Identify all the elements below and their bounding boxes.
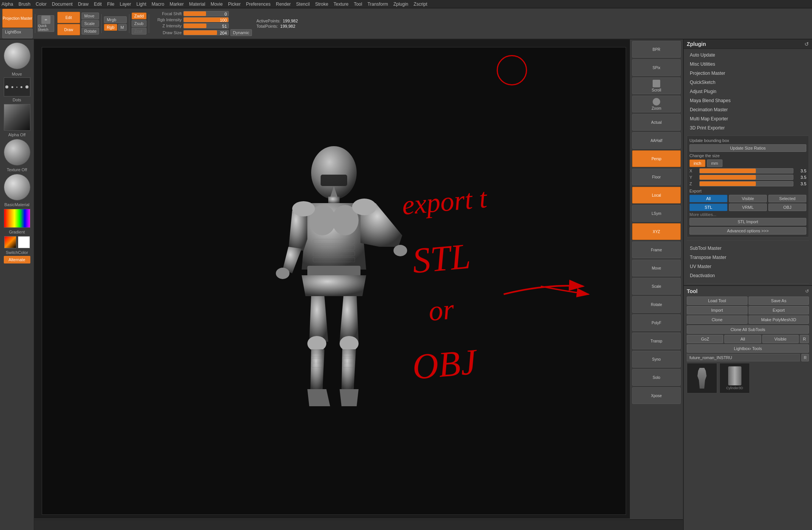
- menu-marker[interactable]: Marker: [170, 2, 184, 7]
- z-intensity-slider[interactable]: 51: [183, 23, 229, 28]
- load-tool-button[interactable]: Load Tool: [687, 297, 747, 305]
- m-button[interactable]: M: [118, 24, 127, 31]
- import-button[interactable]: Import: [687, 306, 747, 314]
- visible-export-button[interactable]: Visible: [729, 195, 767, 202]
- menu-transform[interactable]: Transform: [367, 2, 388, 7]
- menu-light[interactable]: Light: [137, 2, 146, 7]
- quick-sketch-button[interactable]: ✏ Quick Sketch: [38, 15, 54, 32]
- maya-blend-shapes-item[interactable]: Maya Blend Shapes: [687, 96, 809, 105]
- lightbox-button[interactable]: LightBox: [2, 28, 33, 38]
- menu-zscript[interactable]: Zscript: [414, 2, 427, 7]
- menu-alpha[interactable]: Alpha: [2, 2, 13, 7]
- menu-stencil[interactable]: Stencil: [296, 2, 310, 7]
- menu-zplugin[interactable]: Zplugin: [393, 2, 408, 7]
- draw-size-slider[interactable]: 204: [183, 30, 229, 35]
- advanced-options-button[interactable]: Advanced options >>>: [689, 227, 806, 235]
- all-goz-button[interactable]: All: [724, 335, 761, 343]
- cylinder-thumbnail[interactable]: Cylinder3D: [719, 363, 750, 393]
- menu-draw[interactable]: Draw: [78, 2, 88, 7]
- background-color-swatch[interactable]: [18, 236, 30, 248]
- draw-button[interactable]: Draw: [57, 24, 80, 35]
- dots-preview[interactable]: [4, 77, 30, 96]
- export-button[interactable]: Export: [749, 306, 809, 314]
- zcut-button[interactable]: Zcut: [132, 28, 146, 35]
- dynamic-button[interactable]: Dynamic: [230, 29, 252, 36]
- menu-file[interactable]: File: [107, 2, 114, 7]
- lightbox-tools-button[interactable]: Lightbox› Tools: [687, 344, 809, 353]
- lsym-button[interactable]: LSym: [632, 205, 681, 222]
- solo-button[interactable]: Solo: [632, 369, 681, 386]
- local-button[interactable]: Local: [632, 187, 681, 203]
- menu-edit[interactable]: Edit: [94, 2, 102, 7]
- tool-name-field[interactable]: future_roman_INSTRU: [687, 354, 800, 361]
- actual-button[interactable]: Actual: [632, 114, 681, 131]
- menu-texture[interactable]: Texture: [334, 2, 348, 7]
- menu-movie[interactable]: Movie: [211, 2, 223, 7]
- model-viewport[interactable]: export t STL or OBJ: [42, 47, 626, 514]
- zsub-button[interactable]: Zsub: [132, 20, 146, 27]
- projection-master-button[interactable]: Projection Master: [2, 9, 33, 28]
- r-small-button[interactable]: R: [801, 354, 809, 361]
- scale-rt-button[interactable]: Scale: [632, 278, 681, 295]
- x-slider[interactable]: [699, 168, 793, 174]
- rotate-transform-button[interactable]: Rotate: [82, 28, 99, 35]
- menu-render[interactable]: Render: [276, 2, 291, 7]
- move-rt-button[interactable]: Move: [632, 260, 681, 276]
- aahalf-button[interactable]: AAHalf: [632, 132, 681, 149]
- spix-button[interactable]: SPix: [632, 59, 681, 76]
- mm-button[interactable]: mm: [707, 159, 722, 167]
- menu-picker[interactable]: Picker: [228, 2, 241, 7]
- goz-button[interactable]: GoZ: [687, 335, 723, 343]
- save-as-button[interactable]: Save As: [749, 297, 809, 305]
- rgb-intensity-slider[interactable]: 100: [183, 17, 229, 22]
- scale-transform-button[interactable]: Scale: [82, 20, 99, 27]
- canvas-area[interactable]: export t STL or OBJ: [34, 39, 630, 519]
- vrml-button[interactable]: VRML: [729, 203, 767, 211]
- obj-button[interactable]: OBJ: [768, 203, 806, 211]
- menu-color[interactable]: Color: [36, 2, 47, 7]
- misc-utilities-item[interactable]: Misc Utilities: [687, 60, 809, 69]
- transpose-master-item[interactable]: Transpose Master: [687, 253, 809, 262]
- auto-update-item[interactable]: Auto Update: [687, 50, 809, 60]
- syno-button[interactable]: Syno: [632, 351, 681, 368]
- make-polymesh-button[interactable]: Make PolyMesh3D: [749, 315, 809, 324]
- floor-button[interactable]: Floor: [632, 169, 681, 185]
- decimation-master-item[interactable]: Decimation Master: [687, 105, 809, 114]
- transp-button[interactable]: Transp: [632, 333, 681, 349]
- menu-macro[interactable]: Macro: [152, 2, 164, 7]
- all-export-button[interactable]: All: [689, 195, 727, 202]
- stl-button[interactable]: STL: [689, 203, 727, 211]
- uv-master-item[interactable]: UV Master: [687, 262, 809, 271]
- xyz-button[interactable]: XYZ: [632, 223, 681, 240]
- texture-preview[interactable]: [4, 139, 30, 166]
- update-size-ratios-button[interactable]: Update Size Ratios: [689, 144, 806, 152]
- mrgb-button[interactable]: Mrgb: [104, 16, 126, 23]
- zadd-button[interactable]: Zadd: [132, 13, 146, 19]
- edit-button[interactable]: Edit: [57, 12, 80, 23]
- zoom-button[interactable]: Zoom: [632, 96, 681, 112]
- focal-shift-slider[interactable]: 0: [183, 11, 229, 16]
- quick-sketch-item[interactable]: QuickSketch: [687, 78, 809, 87]
- menu-material[interactable]: Material: [189, 2, 205, 7]
- polyf-button[interactable]: PolyF: [632, 314, 681, 331]
- zplugin-refresh-icon[interactable]: ↺: [804, 41, 809, 47]
- y-slider[interactable]: [699, 175, 793, 180]
- material-preview[interactable]: [4, 174, 30, 200]
- figure-thumbnail[interactable]: [687, 363, 717, 393]
- projection-master-item[interactable]: Projection Master: [687, 69, 809, 78]
- gradient-preview[interactable]: [4, 209, 30, 228]
- scroll-button[interactable]: Scroll: [632, 77, 681, 94]
- inch-button[interactable]: inch: [689, 159, 705, 167]
- alternate-button[interactable]: Alternate: [4, 256, 30, 263]
- menu-preferences[interactable]: Preferences: [246, 2, 271, 7]
- visible-goz-button[interactable]: Visible: [762, 335, 799, 343]
- frame-button[interactable]: Frame: [632, 241, 681, 258]
- rotate-rt-button[interactable]: Rotate: [632, 296, 681, 313]
- stl-import-button[interactable]: STL Import: [689, 218, 806, 226]
- foreground-color-swatch[interactable]: [4, 236, 16, 248]
- deactivation-item[interactable]: Deactivation: [687, 271, 809, 280]
- clone-button[interactable]: Clone: [687, 315, 747, 324]
- brush-preview[interactable]: [4, 43, 30, 69]
- print-exporter-item[interactable]: 3D Print Exporter: [687, 123, 809, 132]
- alpha-preview[interactable]: [4, 104, 30, 131]
